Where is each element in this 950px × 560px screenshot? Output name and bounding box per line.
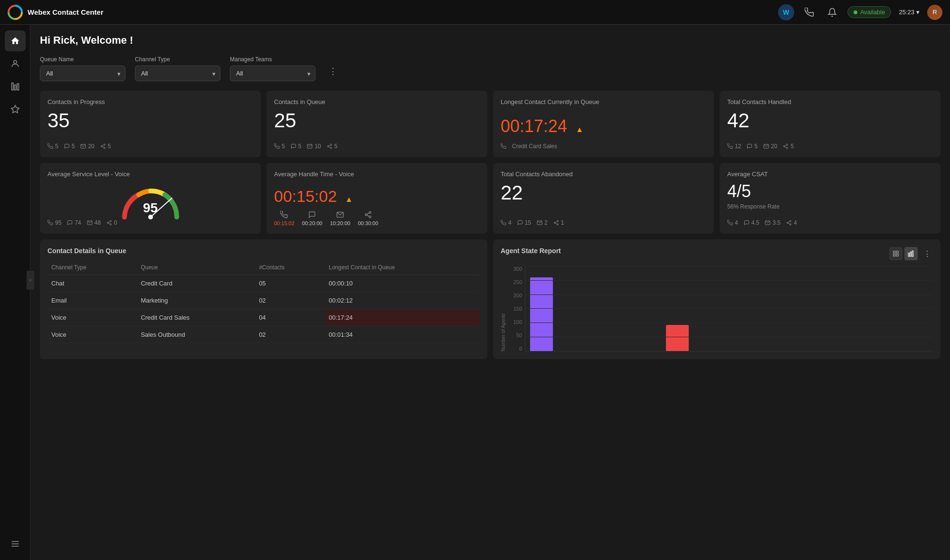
table-row: Chat Credit Card 05 00:00:10	[48, 275, 480, 292]
svg-rect-56	[908, 253, 909, 256]
topnav-right: W Available 25:23 ▾ R	[778, 4, 942, 20]
svg-point-21	[787, 144, 788, 145]
svg-point-35	[369, 211, 371, 213]
svg-point-9	[104, 144, 105, 145]
app-layout: Hi Rick, Welcome ! Queue Name All Channe…	[0, 25, 950, 560]
managed-teams-select-wrapper[interactable]: All	[230, 66, 315, 81]
svg-point-49	[790, 224, 791, 225]
phone-icon[interactable]	[802, 5, 817, 20]
avg-handle-time-value: 00:15:02 ▲	[274, 187, 480, 206]
svg-point-30	[107, 222, 109, 224]
bar-red-1	[666, 325, 689, 351]
contacts-in-progress-icons: 5 5 20 5	[48, 143, 253, 150]
chart-bar-view-btn[interactable]	[904, 247, 918, 260]
queue-name-select[interactable]: All	[40, 66, 125, 81]
contacts-in-queue-card: Contacts in Queue 25 5 5 10	[266, 91, 487, 157]
y-axis-labels: 300 250 200 150 100 50 0	[508, 266, 525, 351]
contact-details-panel: Contact Details in Queue Channel Type Qu…	[40, 239, 487, 359]
sidebar-item-apps[interactable]	[5, 99, 26, 120]
chart-more-btn[interactable]: ⋮	[922, 247, 933, 260]
welcome-heading: Hi Rick, Welcome !	[40, 34, 940, 47]
svg-point-11	[104, 147, 105, 149]
contacts-in-queue-title: Contacts in Queue	[274, 98, 480, 105]
csat-response-rate: 56% Response Rate	[727, 203, 933, 210]
svg-line-25	[785, 145, 787, 146]
longest-contact-sub: Credit Card Sales	[501, 143, 706, 150]
stats-row-2: Average Service Level - Voice	[40, 163, 940, 234]
y-axis-label: Number of Agents	[501, 266, 506, 351]
alert-cell: 00:17:24	[325, 309, 480, 326]
queue-name-select-wrapper[interactable]: All	[40, 66, 125, 81]
svg-point-42	[554, 222, 555, 224]
filter-more-btn[interactable]: ⋮	[325, 62, 341, 80]
app-logo-area: Webex Contact Center	[8, 5, 778, 20]
svg-rect-54	[893, 254, 895, 256]
col-queue: Queue	[137, 260, 255, 275]
alert-triangle-icon: ▲	[576, 125, 583, 133]
svg-point-16	[327, 146, 329, 147]
queue-name-label: Queue Name	[40, 56, 125, 63]
svg-rect-1	[11, 83, 13, 90]
sidebar-item-reports[interactable]	[5, 76, 26, 97]
svg-line-33	[108, 221, 110, 222]
sidebar-item-home[interactable]	[5, 30, 26, 51]
agent-status-badge[interactable]: Available	[847, 6, 892, 18]
svg-point-48	[787, 222, 788, 224]
svg-rect-3	[17, 84, 19, 90]
table-header: Channel Type Queue #Contacts Longest Con…	[48, 260, 480, 275]
sidebar-item-menu[interactable]	[5, 533, 26, 554]
notifications-icon[interactable]	[825, 5, 840, 20]
svg-point-17	[330, 147, 332, 149]
gauge-container: 95	[48, 181, 253, 219]
table-row: Voice Credit Card Sales 04 00:17:24	[48, 309, 480, 326]
svg-point-43	[557, 224, 558, 225]
svg-line-51	[788, 221, 789, 222]
bar-group-2	[666, 325, 792, 351]
contact-details-title: Contact Details in Queue	[48, 247, 480, 255]
contact-details-table: Channel Type Queue #Contacts Longest Con…	[48, 260, 480, 343]
channel-type-select[interactable]: All	[135, 66, 220, 81]
sidebar-collapse-btn[interactable]: ›	[27, 271, 34, 290]
table-row: Email Marketing 02 00:02:12	[48, 292, 480, 309]
longest-contact-queue-card: Longest Contact Currently in Queue 00:17…	[493, 91, 714, 157]
channel-type-select-wrapper[interactable]: All	[135, 66, 220, 81]
total-contacts-handled-value: 42	[727, 109, 933, 143]
service-level-icons: 95 74 48 0	[48, 219, 253, 226]
svg-rect-58	[912, 251, 913, 256]
svg-point-37	[369, 216, 371, 218]
topnav: Webex Contact Center W Available 25:23 ▾…	[0, 0, 950, 25]
sidebar-item-contacts[interactable]	[5, 53, 26, 74]
aht-channel-icons: 00:15:02 00:20:00 10:20:00 00:30:00	[274, 211, 480, 226]
webex-teams-icon[interactable]: W	[778, 4, 794, 20]
avg-handle-time-card: Average Handle Time - Voice 00:15:02 ▲ 0…	[266, 163, 487, 234]
svg-point-47	[790, 220, 791, 222]
svg-line-12	[102, 147, 104, 148]
csat-icons: 4 4.5 3.5 4	[727, 219, 933, 226]
svg-point-31	[110, 224, 112, 225]
svg-point-23	[787, 147, 788, 149]
svg-rect-52	[893, 251, 895, 253]
queue-name-sub: Credit Card Sales	[512, 143, 557, 150]
filters-bar: Queue Name All Channel Type All Managed …	[40, 56, 940, 81]
svg-line-19	[329, 145, 330, 146]
social-stat: 5	[100, 143, 111, 150]
managed-teams-select[interactable]: All	[230, 66, 315, 81]
timer-value: 25:23	[899, 9, 914, 16]
longest-contact-value: 00:17:24 ▲	[501, 116, 706, 136]
total-contacts-handled-card: Total Contacts Handled 42 12 5 20	[720, 91, 940, 157]
chart-header: Agent State Report ⋮	[501, 247, 933, 260]
avg-service-level-card: Average Service Level - Voice	[40, 163, 261, 234]
contacts-in-progress-card: Contacts in Progress 35 5 5 20	[40, 91, 261, 157]
stats-row-1: Contacts in Progress 35 5 5 20	[40, 91, 940, 157]
svg-line-18	[329, 147, 330, 148]
aht-alert-icon: ▲	[345, 195, 353, 203]
user-avatar[interactable]: R	[927, 5, 942, 20]
col-channel-type: Channel Type	[48, 260, 137, 275]
svg-line-50	[788, 223, 789, 224]
chat-stat: 5	[64, 143, 75, 150]
svg-point-10	[101, 146, 102, 147]
contacts-in-progress-title: Contacts in Progress	[48, 98, 253, 105]
gauge-value: 95	[143, 200, 158, 216]
session-timer[interactable]: 25:23 ▾	[899, 9, 920, 16]
chart-grid-view-btn[interactable]	[889, 247, 902, 260]
